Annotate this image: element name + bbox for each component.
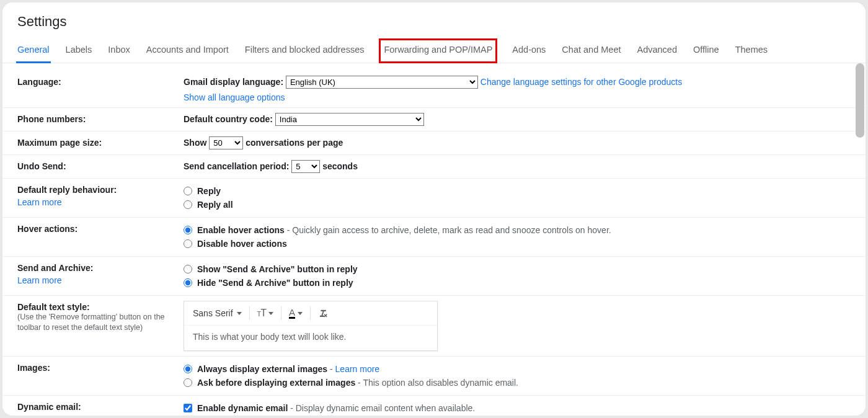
undo-send-select[interactable]: 5	[291, 160, 320, 173]
text-style-preview: This is what your body text will look li…	[184, 326, 437, 350]
row-page-size: Maximum page size: Show 50 conversations…	[2, 131, 866, 155]
images-always-label: Always display external images	[197, 364, 327, 374]
row-dynamic-email: Dynamic email: Learn more Enable dynamic…	[2, 396, 866, 414]
tab-general[interactable]: General	[16, 38, 51, 63]
images-ask-desc: - This option also disables dynamic emai…	[358, 378, 518, 388]
dynamic-content: Enable dynamic email - Display dynamic e…	[184, 401, 851, 414]
hover-enable-desc: - Quickly gain access to archive, delete…	[287, 225, 611, 235]
tab-advanced[interactable]: Advanced	[636, 38, 678, 63]
undo-send-content: Send cancellation period: 5 seconds	[184, 160, 851, 173]
undo-send-suffix: seconds	[322, 161, 358, 171]
tab-offline[interactable]: Offline	[692, 38, 720, 63]
reply-all-radio[interactable]	[184, 200, 192, 209]
dynamic-label: Dynamic email: Learn more	[17, 401, 184, 414]
reply-label: Default reply behaviour: Learn more	[17, 184, 184, 212]
images-label: Images:	[17, 362, 184, 390]
send-archive-content: Show "Send & Archive" button in reply Hi…	[184, 262, 851, 290]
display-language-select[interactable]: English (UK)	[286, 76, 478, 89]
row-send-archive: Send and Archive: Learn more Show "Send …	[2, 257, 866, 296]
caret-down-icon	[268, 312, 273, 315]
show-all-languages-link[interactable]: Show all language options	[184, 92, 285, 102]
reply-option-replyall: Reply all	[197, 198, 233, 211]
page-size-suffix: conversations per page	[246, 138, 343, 148]
settings-tabs: General Labels Inbox Accounts and Import…	[2, 38, 866, 63]
page-size-content: Show 50 conversations per page	[184, 136, 851, 149]
row-phone: Phone numbers: Default country code: Ind…	[2, 108, 866, 131]
send-archive-label: Send and Archive: Learn more	[17, 262, 184, 290]
text-style-box: Sans Serif TT A	[184, 301, 438, 351]
tab-filters-blocked[interactable]: Filters and blocked addresses	[244, 38, 366, 63]
reply-learn-more[interactable]: Learn more	[17, 197, 184, 207]
reply-content: Reply Reply all	[184, 184, 851, 212]
reply-radio[interactable]	[184, 187, 192, 195]
hover-disable-label: Disable hover actions	[197, 238, 287, 250]
font-family-select[interactable]: Sans Serif	[193, 308, 242, 318]
country-code-label: Default country code:	[184, 114, 273, 124]
caret-down-icon	[298, 312, 303, 315]
send-archive-show-label: Show "Send & Archive" button in reply	[197, 263, 358, 275]
row-undo-send: Undo Send: Send cancellation period: 5 s…	[2, 155, 866, 179]
reply-option-reply: Reply	[197, 185, 221, 197]
hover-content: Enable hover actions - Quickly gain acce…	[184, 223, 851, 251]
images-learn-more[interactable]: Learn more	[335, 364, 380, 374]
text-color-icon: A	[289, 308, 295, 319]
text-style-toolbar: Sans Serif TT A	[184, 301, 437, 326]
tab-inbox[interactable]: Inbox	[107, 38, 131, 63]
text-style-content: Sans Serif TT A	[184, 301, 851, 351]
undo-send-label: Undo Send:	[17, 160, 184, 173]
remove-formatting-button[interactable]	[318, 308, 329, 319]
remove-formatting-icon	[318, 308, 329, 319]
hover-label: Hover actions:	[17, 223, 184, 251]
tab-accounts-import[interactable]: Accounts and Import	[145, 38, 230, 63]
tab-forwarding-pop-imap[interactable]: Forwarding and POP/IMAP	[379, 38, 497, 63]
row-language: Language: Gmail display language: Englis…	[2, 71, 866, 108]
text-color-button[interactable]: A	[289, 308, 303, 319]
scrollbar-thumb[interactable]	[856, 63, 864, 138]
images-always-radio[interactable]	[184, 365, 192, 373]
page-size-label: Maximum page size:	[17, 136, 184, 149]
settings-panel: Settings General Labels Inbox Accounts a…	[2, 2, 866, 416]
text-style-subtext: (Use the 'Remove formatting' button on t…	[17, 312, 184, 333]
tab-chat-meet[interactable]: Chat and Meet	[560, 38, 622, 63]
send-archive-show-radio[interactable]	[184, 265, 192, 273]
row-hover: Hover actions: Enable hover actions - Qu…	[2, 218, 866, 257]
caret-down-icon	[237, 312, 242, 315]
send-archive-hide-label: Hide "Send & Archive" button in reply	[197, 277, 353, 289]
font-size-button[interactable]: TT	[257, 308, 274, 318]
other-products-link[interactable]: Change language settings for other Googl…	[480, 77, 682, 87]
images-ask-radio[interactable]	[184, 378, 192, 387]
hover-enable-radio[interactable]	[184, 226, 192, 234]
country-code-select[interactable]: India	[275, 113, 424, 126]
undo-send-prefix: Send cancellation period:	[184, 161, 289, 171]
settings-content: Language: Gmail display language: Englis…	[2, 63, 866, 414]
row-text-style: Default text style: (Use the 'Remove for…	[2, 296, 866, 357]
phone-label: Phone numbers:	[17, 113, 184, 126]
phone-content: Default country code: India	[184, 113, 851, 126]
text-size-icon: TT	[257, 308, 267, 318]
send-archive-learn-more[interactable]: Learn more	[17, 275, 184, 285]
page-size-prefix: Show	[184, 138, 206, 148]
page-title: Settings	[2, 2, 866, 38]
images-ask-label: Ask before displaying external images	[197, 378, 355, 388]
images-content: Always display external images - Learn m…	[184, 362, 851, 390]
tab-themes[interactable]: Themes	[734, 38, 769, 63]
display-language-label: Gmail display language:	[184, 77, 283, 87]
send-archive-hide-radio[interactable]	[184, 278, 192, 287]
dynamic-enable-checkbox[interactable]	[184, 404, 192, 412]
language-label: Language:	[17, 76, 184, 102]
row-images: Images: Always display external images -…	[2, 357, 866, 396]
tab-addons[interactable]: Add-ons	[511, 38, 547, 63]
text-style-label: Default text style: (Use the 'Remove for…	[17, 301, 184, 351]
page-size-select[interactable]: 50	[209, 136, 243, 149]
tab-labels[interactable]: Labels	[64, 38, 94, 63]
dynamic-enable-desc: - Display dynamic email content when ava…	[290, 403, 475, 413]
language-content: Gmail display language: English (UK) Cha…	[184, 76, 851, 102]
row-reply: Default reply behaviour: Learn more Repl…	[2, 179, 866, 218]
dynamic-enable-label: Enable dynamic email	[197, 403, 288, 413]
hover-disable-radio[interactable]	[184, 239, 192, 248]
hover-enable-label: Enable hover actions	[197, 225, 285, 235]
